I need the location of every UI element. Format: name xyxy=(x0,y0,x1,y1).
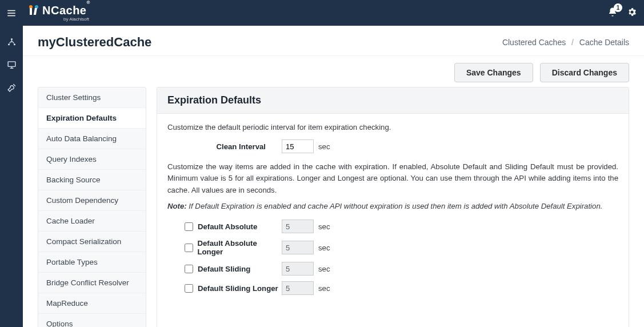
expiration-row: Default Absolute Longersec xyxy=(167,239,618,256)
sidenav-item-cache-loader[interactable]: Cache Loader xyxy=(38,211,146,232)
svg-point-8 xyxy=(7,43,9,45)
breadcrumb: Clustered Caches / Cache Details xyxy=(502,38,629,47)
expiration-value-input[interactable] xyxy=(282,262,314,276)
expiration-label: Default Sliding Longer xyxy=(198,284,278,293)
rail-item-clusters[interactable] xyxy=(0,30,23,53)
expiration-checkbox[interactable] xyxy=(185,222,193,231)
note-label: Note: xyxy=(167,202,187,210)
sidenav-item-cluster-settings[interactable]: Cluster Settings xyxy=(38,87,146,108)
panel-description-2: Customize the way items are added in the… xyxy=(167,161,618,196)
expiration-checkbox[interactable] xyxy=(185,284,193,293)
expiration-row: Default Slidingsec xyxy=(167,262,618,276)
breadcrumb-separator: / xyxy=(571,38,574,47)
expiration-unit: sec xyxy=(318,244,330,252)
sidenav-item-custom-dependency[interactable]: Custom Dependency xyxy=(38,190,146,211)
svg-rect-1 xyxy=(7,13,15,14)
expiration-value-input[interactable] xyxy=(282,220,314,233)
expiration-row: Default Sliding Longersec xyxy=(167,281,618,295)
sidenav-item-backing-source[interactable]: Backing Source xyxy=(38,170,146,190)
vendor-name: by Alachisoft xyxy=(27,17,89,22)
expiration-value-input[interactable] xyxy=(282,241,314,254)
rail-item-tools[interactable] xyxy=(0,76,23,99)
page-title: myClusteredCache xyxy=(38,35,151,50)
breadcrumb-parent[interactable]: Clustered Caches xyxy=(502,38,566,47)
actions-bar: Save Changes Discard Changes xyxy=(23,56,644,87)
logo-icon xyxy=(27,5,40,16)
product-name: NCache® xyxy=(42,5,90,16)
left-rail xyxy=(0,26,23,327)
clean-interval-unit: sec xyxy=(318,142,330,151)
sidenav-item-portable-types[interactable]: Portable Types xyxy=(38,252,146,273)
notifications-badge: 1 xyxy=(614,3,622,12)
save-button[interactable]: Save Changes xyxy=(454,63,533,82)
breadcrumb-current: Cache Details xyxy=(579,38,629,47)
expiration-checkbox[interactable] xyxy=(185,244,193,252)
panel-title: Expiration Defaults xyxy=(167,94,618,106)
top-bar: NCache® by Alachisoft 1 xyxy=(0,0,644,26)
expiration-label: Default Absolute xyxy=(198,222,257,231)
page-header: myClusteredCache Clustered Caches / Cach… xyxy=(23,26,644,56)
svg-rect-5 xyxy=(30,8,32,15)
sidenav-item-query-indexes[interactable]: Query Indexes xyxy=(38,149,146,170)
svg-rect-0 xyxy=(7,10,15,11)
clean-interval-label: Clean Interval xyxy=(167,142,282,151)
expiration-unit: sec xyxy=(318,222,330,231)
clean-interval-input[interactable] xyxy=(282,139,314,153)
sidenav-item-auto-data-balancing[interactable]: Auto Data Balancing xyxy=(38,129,146,149)
panel-note: Note: If Default Expiration is enabled a… xyxy=(167,202,618,210)
sidenav-item-bridge-conflict-resolver[interactable]: Bridge Conflict Resolver xyxy=(38,273,146,293)
expiration-unit: sec xyxy=(318,265,330,273)
sidenav-item-options[interactable]: Options xyxy=(38,314,146,327)
discard-button[interactable]: Discard Changes xyxy=(540,63,629,82)
svg-rect-10 xyxy=(8,61,15,66)
sidenav-item-expiration-defaults[interactable]: Expiration Defaults xyxy=(38,108,146,129)
sidenav-item-mapreduce[interactable]: MapReduce xyxy=(38,293,146,314)
svg-point-9 xyxy=(13,43,15,45)
expiration-checkbox[interactable] xyxy=(185,265,193,273)
panel-header: Expiration Defaults xyxy=(157,87,629,114)
settings-sidenav: Cluster SettingsExpiration DefaultsAuto … xyxy=(38,87,146,327)
svg-point-7 xyxy=(10,38,12,39)
panel-description-1: Customize the default periodic interval … xyxy=(167,123,618,131)
expiration-label: Default Absolute Longer xyxy=(198,239,282,256)
settings-button[interactable] xyxy=(627,7,637,19)
expiration-unit: sec xyxy=(318,284,330,293)
clean-interval-row: Clean Interval sec xyxy=(167,139,618,153)
expiration-value-input[interactable] xyxy=(282,281,314,295)
svg-rect-2 xyxy=(7,15,15,16)
hamburger-menu[interactable] xyxy=(0,0,23,26)
sidenav-item-compact-serialization[interactable]: Compact Serialization xyxy=(38,232,146,252)
svg-rect-6 xyxy=(34,8,37,15)
expiration-defaults-panel: Expiration Defaults Customize the defaul… xyxy=(157,87,629,327)
product-logo: NCache® by Alachisoft xyxy=(27,5,90,22)
expiration-row: Default Absolutesec xyxy=(167,220,618,233)
expiration-label: Default Sliding xyxy=(198,265,250,273)
rail-item-monitor[interactable] xyxy=(0,53,23,76)
notifications-button[interactable]: 1 xyxy=(607,7,618,19)
note-text: If Default Expiration is enabled and cac… xyxy=(187,202,603,210)
